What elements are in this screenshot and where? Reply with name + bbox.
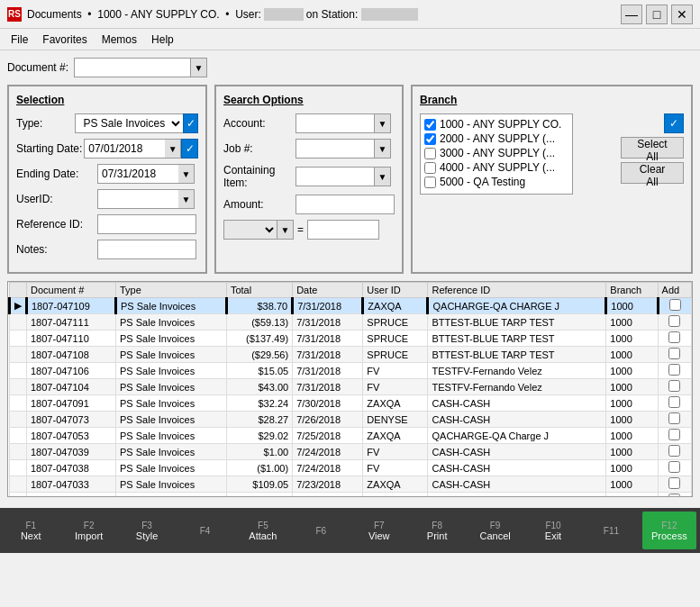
fkey-f11[interactable]: F11 [584,512,638,549]
search-panel: Search Options Account: ▼ Job #: ▼ Conta… [214,85,404,274]
operator-dropdown[interactable]: ▼ [277,220,294,240]
row-ref: TESTFV-Fernando Velez [428,379,606,395]
table-wrapper[interactable]: Document # Type Total Date User ID Refer… [8,282,692,497]
notes-input[interactable] [97,240,196,259]
table-row[interactable]: 1807-047053 PS Sale Invoices $29.02 7/25… [10,428,692,444]
fkey-f12[interactable]: F12Process [642,512,696,549]
table-row[interactable]: 1807-047039 PS Sale Invoices $1.00 7/24/… [10,444,692,460]
ending-date-input[interactable] [97,164,178,184]
menu-favorites[interactable]: Favorites [35,32,94,48]
data-table: Document # Type Total Date User ID Refer… [8,282,692,497]
fkey-f9[interactable]: F9Cancel [468,512,522,549]
table-row[interactable]: ▶ 1807-047109 PS Sale Invoices $38.70 7/… [10,298,692,314]
table-row[interactable]: 1807-047110 PS Sale Invoices ($137.49) 7… [10,331,692,347]
col-branch[interactable]: Branch [606,283,658,298]
branch-blue-check[interactable]: ✓ [664,113,684,133]
account-input[interactable] [295,113,375,133]
row-arrow-cell [10,363,27,379]
row-add-check[interactable] [668,380,680,392]
job-dropdown[interactable]: ▼ [375,139,391,159]
fkey-f3[interactable]: F3Style [120,512,174,549]
account-dropdown[interactable]: ▼ [375,113,391,133]
row-add-check[interactable] [668,396,680,408]
containing-dropdown[interactable]: ▼ [375,167,391,186]
table-row[interactable]: 1807-047073 PS Sale Invoices $28.27 7/26… [10,412,692,428]
containing-input[interactable] [295,167,375,186]
col-date[interactable]: Date [293,283,363,298]
job-input[interactable] [295,139,375,159]
row-add-check[interactable] [668,494,680,497]
clear-all-button[interactable]: Clear All [621,162,684,184]
starting-date-input[interactable] [84,139,165,159]
branch-check-5000[interactable] [424,177,436,188]
fkey-label: Attach [249,530,277,541]
fkey-f6[interactable]: F6 [294,512,348,549]
row-branch: 1000 [606,298,658,314]
userid-input[interactable] [97,189,178,209]
type-select[interactable]: PS Sale Invoices [75,113,183,133]
menu-file[interactable]: File [4,32,35,48]
row-branch: 1000 [606,363,658,379]
menu-memos[interactable]: Memos [95,32,144,48]
maximize-button[interactable]: □ [646,5,668,24]
ending-date-dropdown[interactable]: ▼ [178,164,195,184]
row-type: PS Sale Invoices [116,363,227,379]
fkey-label: Exit [545,530,561,541]
fkey-f2[interactable]: F2Import [61,512,115,549]
containing-row: Containing Item: ▼ [223,164,395,189]
col-ref[interactable]: Reference ID [428,283,606,298]
table-row[interactable]: 1807-047032 PS Sale Invoices $111.55 7/2… [10,493,692,498]
fkey-f7[interactable]: F7View [352,512,406,549]
operator-select[interactable]: = < > [223,220,277,240]
col-userid[interactable]: User ID [363,283,428,298]
row-branch: 1000 [606,395,658,412]
row-add-check[interactable] [668,461,680,473]
menu-help[interactable]: Help [144,32,181,48]
col-type[interactable]: Type [116,283,227,298]
starting-date-check[interactable]: ✓ [181,139,198,159]
fkey-f5[interactable]: F5Attach [236,512,290,549]
table-row[interactable]: 1807-047108 PS Sale Invoices ($29.56) 7/… [10,347,692,363]
table-row[interactable]: 1807-047033 PS Sale Invoices $109.05 7/2… [10,476,692,493]
col-add[interactable]: Add [658,283,691,298]
fkey-f8[interactable]: F8Print [410,512,464,549]
close-button[interactable]: ✕ [671,5,693,24]
row-add-check[interactable] [668,477,680,489]
document-dropdown-btn[interactable]: ▼ [191,58,207,77]
type-check-blue[interactable]: ✓ [183,113,198,133]
row-date: 7/31/2018 [293,298,363,314]
document-input[interactable] [74,58,191,77]
fkey-f4[interactable]: F4 [177,512,232,549]
row-total: ($137.49) [226,331,292,347]
select-all-button[interactable]: Select All [621,137,684,159]
minimize-button[interactable]: — [621,5,642,24]
col-total[interactable]: Total [226,283,292,298]
branch-check-2000[interactable] [424,133,436,145]
table-row[interactable]: 1807-047104 PS Sale Invoices $43.00 7/31… [10,379,692,395]
row-add-check[interactable] [668,331,680,343]
fkey-f1[interactable]: F1Next [4,512,58,549]
row-add-check[interactable] [668,315,680,327]
table-row[interactable]: 1807-047091 PS Sale Invoices $32.24 7/30… [10,395,692,412]
table-row[interactable]: 1807-047038 PS Sale Invoices ($1.00) 7/2… [10,460,692,476]
equals-input[interactable] [307,220,379,240]
row-add-check[interactable] [668,429,680,440]
branch-check-4000[interactable] [424,162,436,174]
row-add-check[interactable] [668,348,680,359]
starting-date-dropdown[interactable]: ▼ [165,139,181,159]
row-add-check[interactable] [668,445,680,457]
amount-input[interactable] [295,195,395,214]
row-add-check[interactable] [668,412,680,424]
row-add-check[interactable] [669,299,681,311]
col-doc[interactable]: Document # [27,283,116,298]
table-row[interactable]: 1807-047111 PS Sale Invoices ($59.13) 7/… [10,314,692,331]
branch-check-3000[interactable] [424,148,436,159]
table-row[interactable]: 1807-047106 PS Sale Invoices $15.05 7/31… [10,363,692,379]
fkey-f10[interactable]: F10Exit [526,512,580,549]
branch-check-1000[interactable] [424,119,436,131]
row-arrow-cell [10,444,27,460]
row-type: PS Sale Invoices [116,395,227,412]
reference-id-input[interactable] [97,214,196,234]
row-add-check[interactable] [668,364,680,376]
userid-dropdown[interactable]: ▼ [178,189,195,209]
